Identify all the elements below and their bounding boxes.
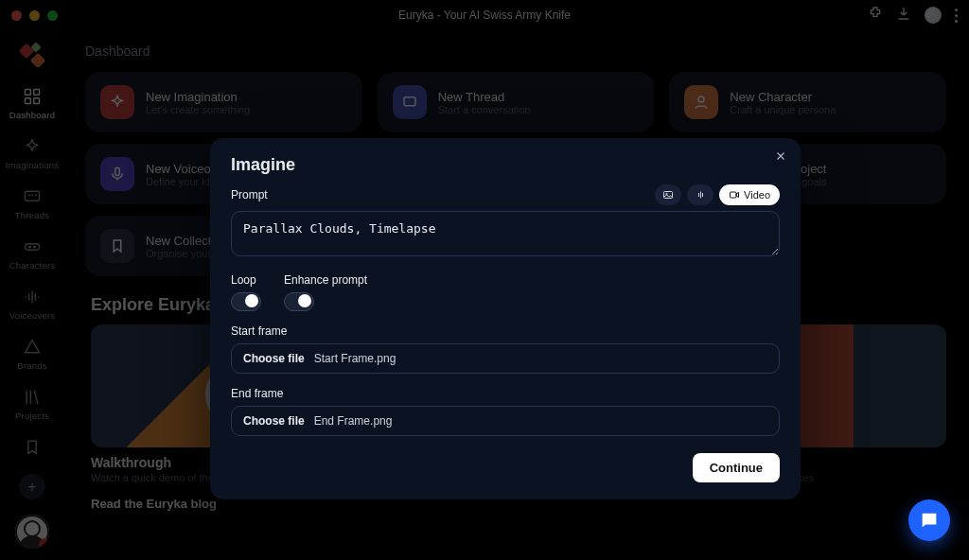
chip-audio[interactable] xyxy=(687,184,714,205)
prompt-label: Prompt xyxy=(231,188,268,201)
intercom-icon xyxy=(919,510,940,531)
prompt-input[interactable] xyxy=(231,211,780,256)
enhance-label: Enhance prompt xyxy=(284,273,367,287)
imagine-modal: Imagine Prompt Video Loop Enhance prompt… xyxy=(210,138,801,499)
chat-fab[interactable] xyxy=(908,499,950,541)
end-frame-filename: End Frame.png xyxy=(314,414,393,428)
loop-label: Loop xyxy=(231,273,261,287)
choose-file-button[interactable]: Choose file xyxy=(243,352,305,365)
enhance-toggle[interactable] xyxy=(284,292,314,311)
close-icon[interactable] xyxy=(774,149,787,166)
chip-image[interactable] xyxy=(655,184,681,205)
choose-file-button[interactable]: Choose file xyxy=(243,414,305,428)
chip-video-label: Video xyxy=(744,189,770,201)
svg-rect-13 xyxy=(664,192,673,199)
end-frame-label: End frame xyxy=(231,387,780,400)
continue-button[interactable]: Continue xyxy=(693,453,780,482)
end-frame-input[interactable]: Choose file End Frame.png xyxy=(231,406,780,436)
media-type-chips: Video xyxy=(655,184,780,205)
start-frame-input[interactable]: Choose file Start Frame.png xyxy=(231,343,780,374)
chip-video[interactable]: Video xyxy=(719,184,780,205)
start-frame-filename: Start Frame.png xyxy=(314,352,396,365)
loop-toggle[interactable] xyxy=(231,292,261,311)
start-frame-label: Start frame xyxy=(231,324,780,338)
svg-rect-15 xyxy=(731,192,737,198)
modal-title: Imagine xyxy=(231,155,780,175)
